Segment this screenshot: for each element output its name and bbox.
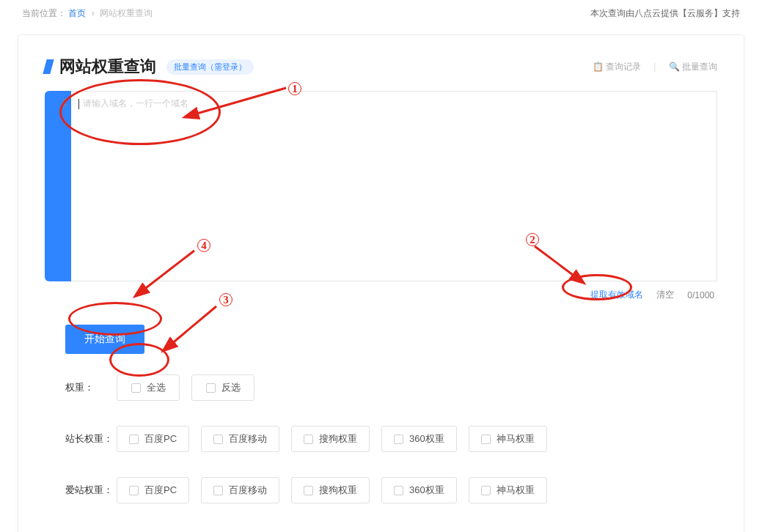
annotation-circle-4 — [68, 302, 162, 336]
az-shenma[interactable]: 神马权重 — [469, 477, 547, 503]
breadcrumb-sep: › — [92, 8, 95, 18]
batch-login-badge[interactable]: 批量查询（需登录） — [166, 59, 254, 75]
opt-invert[interactable]: 反选 — [191, 374, 254, 401]
breadcrumb-home-link[interactable]: 首页 — [68, 8, 86, 18]
az-baidu-pc[interactable]: 百度PC — [117, 477, 189, 503]
checkbox-icon — [304, 486, 313, 495]
zz-baidu-pc[interactable]: 百度PC — [117, 426, 189, 452]
az-360[interactable]: 360权重 — [381, 477, 457, 503]
az-baidu-mobile[interactable]: 百度移动 — [201, 477, 279, 503]
checkbox-icon — [394, 435, 403, 444]
checkbox-icon — [394, 486, 403, 495]
checkbox-icon — [481, 486, 491, 495]
row-aizhan: 爱站权重： 百度PC 百度移动 搜狗权重 360权重 神马权重 — [65, 477, 717, 503]
opt-select-all[interactable]: 全选 — [117, 374, 180, 401]
breadcrumb-label: 当前位置： — [22, 8, 66, 18]
checkbox-icon — [129, 486, 139, 495]
char-counter: 0/1000 — [687, 290, 714, 300]
breadcrumb-bar: 当前位置： 首页 › 网站权重查询 本次查询由八点云提供【云服务】支持 — [0, 0, 762, 20]
annotation-arrow-2 — [529, 243, 595, 287]
breadcrumb-current: 网站权重查询 — [100, 8, 153, 18]
az-sogou[interactable]: 搜狗权重 — [291, 477, 370, 503]
annotation-circle-3 — [109, 343, 169, 377]
title-accent-bar — [43, 59, 54, 74]
annotation-arrow-3 — [164, 303, 230, 355]
svg-line-0 — [194, 88, 286, 114]
checkbox-icon — [129, 435, 139, 444]
clear-link[interactable]: 清空 — [656, 289, 674, 301]
svg-line-2 — [171, 306, 216, 344]
checkbox-icon — [131, 383, 141, 393]
zz-shenma[interactable]: 神马权重 — [469, 426, 547, 452]
zz-baidu-mobile[interactable]: 百度移动 — [201, 426, 279, 452]
checkbox-icon — [206, 383, 216, 393]
zz-sogou[interactable]: 搜狗权重 — [291, 426, 370, 452]
header-actions: 📋 查询记录 | 🔍 批量查询 — [582, 61, 718, 73]
clipboard-icon: 📋 — [593, 62, 604, 72]
row-zhanzhang: 站长权重： 百度PC 百度移动 搜狗权重 360权重 神马权重 — [65, 426, 717, 452]
svg-line-1 — [535, 246, 576, 277]
row-zhanzhang-label: 站长权重： — [65, 432, 117, 446]
zz-360[interactable]: 360权重 — [381, 426, 457, 452]
svg-line-3 — [143, 251, 194, 290]
page-title: 网站权重查询 — [59, 56, 156, 78]
annotation-arrow-4 — [136, 248, 209, 299]
checkbox-icon — [213, 435, 223, 444]
batch-query-link[interactable]: 🔍 批量查询 — [669, 62, 717, 72]
checkbox-icon — [213, 486, 223, 495]
search-icon: 🔍 — [669, 62, 680, 72]
provider-note: 本次查询由八点云提供【云服务】支持 — [590, 7, 740, 20]
row-aizhan-label: 爱站权重： — [65, 484, 117, 497]
row-weight: 权重： 全选 反选 — [65, 374, 717, 401]
row-weight-label: 权重： — [65, 381, 117, 394]
checkbox-icon — [304, 435, 313, 444]
annotation-arrow-1 — [187, 84, 297, 128]
history-link[interactable]: 📋 查询记录 — [593, 62, 644, 72]
main-panel: 网站权重查询 批量查询（需登录） 📋 查询记录 | 🔍 批量查询 1 请输入域名… — [18, 34, 744, 532]
checkbox-icon — [481, 435, 491, 444]
